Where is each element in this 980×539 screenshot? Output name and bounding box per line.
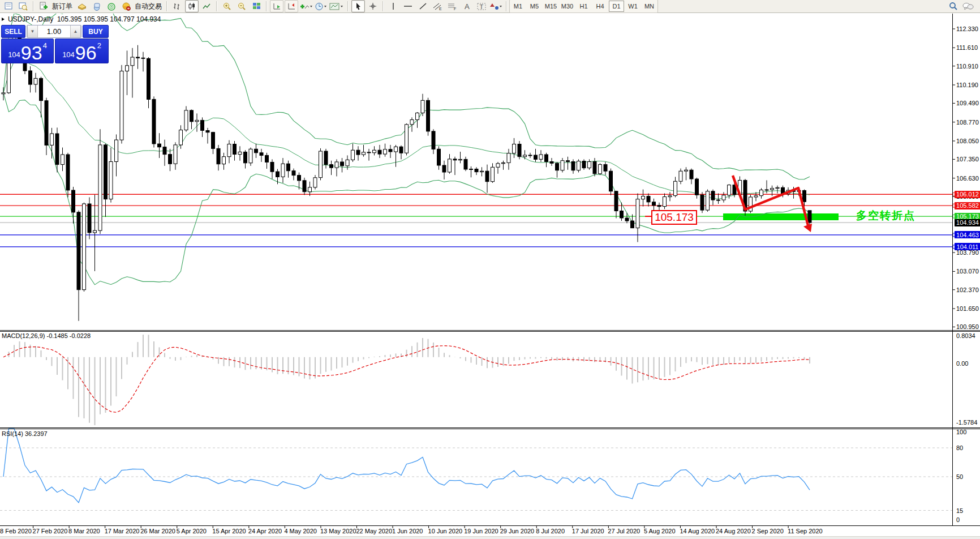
main-chart-plot-area[interactable] [0, 14, 952, 330]
ohlc-values: 105.395 105.395 104.797 104.934 [57, 15, 161, 23]
volume-value[interactable]: 1.00 [38, 25, 70, 37]
buy-price-quote[interactable]: 104 96 2 [55, 38, 109, 63]
buy-price-point: 2 [97, 41, 101, 50]
price-level-annotation-box[interactable]: 105.173 [651, 210, 697, 225]
turning-point-annotation[interactable]: 多空转折点 [856, 208, 915, 223]
symbol-marker-icon [2, 18, 5, 21]
volume-stepper: ▼ 1.00 ▲ [27, 25, 81, 38]
symbol-label: USDJPY-,Daily [8, 15, 53, 23]
sell-price-quote[interactable]: 104 93 4 [1, 38, 54, 63]
rsi-panel[interactable] [0, 429, 952, 525]
sell-button[interactable]: SELL [1, 25, 25, 38]
buy-price-pips: 96 [75, 44, 97, 61]
buy-price-big-figure: 104 [62, 50, 75, 59]
one-click-trading-panel: SELL ▼ 1.00 ▲ BUY 104 93 4 104 96 2 [1, 25, 109, 63]
buy-button[interactable]: BUY [83, 25, 109, 38]
sell-price-big-figure: 104 [8, 50, 20, 59]
mt4-terminal: 新订单 自动交易 [0, 0, 980, 539]
sell-price-point: 4 [43, 41, 47, 50]
macd-indicator-label: MACD(12,26,9) -0.1485 -0.0228 [2, 332, 91, 339]
rsi-indicator-label: RSI(14) 36.2397 [2, 430, 48, 437]
volume-decrease-button[interactable]: ▼ [27, 25, 38, 37]
volume-increase-button[interactable]: ▲ [70, 25, 81, 37]
sell-price-pips: 93 [21, 44, 42, 61]
chart-title: USDJPY-,Daily 105.395 105.395 104.797 10… [8, 15, 161, 23]
macd-panel[interactable] [0, 332, 952, 427]
